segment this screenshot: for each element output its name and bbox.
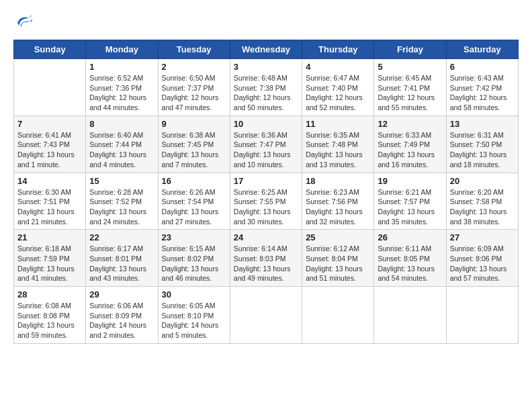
day-number: 12 [378,119,442,129]
day-info: Sunrise: 6:30 AMSunset: 7:51 PMDaylight:… [17,187,82,227]
calendar-cell [230,287,302,344]
logo-text [13,13,34,32]
calendar-cell: 14Sunrise: 6:30 AMSunset: 7:51 PMDayligh… [14,173,86,230]
day-number: 26 [378,232,442,242]
calendar-cell: 11Sunrise: 6:35 AMSunset: 7:48 PMDayligh… [302,116,374,173]
calendar-cell: 7Sunrise: 6:41 AMSunset: 7:43 PMDaylight… [14,116,86,173]
day-number: 18 [306,176,370,186]
day-info: Sunrise: 6:20 AMSunset: 7:58 PMDaylight:… [450,187,515,227]
calendar-cell: 12Sunrise: 6:33 AMSunset: 7:49 PMDayligh… [374,116,446,173]
day-header-saturday: Saturday [446,40,518,59]
calendar-cell: 18Sunrise: 6:23 AMSunset: 7:56 PMDayligh… [302,173,374,230]
day-number: 10 [234,119,298,129]
day-header-friday: Friday [374,40,446,59]
day-info: Sunrise: 6:41 AMSunset: 7:43 PMDaylight:… [17,130,82,170]
day-number: 13 [450,119,515,129]
calendar-cell: 26Sunrise: 6:11 AMSunset: 8:05 PMDayligh… [374,230,446,287]
calendar-cell: 30Sunrise: 6:05 AMSunset: 8:10 PMDayligh… [158,287,230,344]
day-info: Sunrise: 6:33 AMSunset: 7:49 PMDaylight:… [378,130,442,170]
calendar-cell: 25Sunrise: 6:12 AMSunset: 8:04 PMDayligh… [302,230,374,287]
calendar-cell [14,59,86,116]
day-number: 29 [89,289,154,300]
calendar-cell: 5Sunrise: 6:45 AMSunset: 7:41 PMDaylight… [374,59,446,116]
day-info: Sunrise: 6:14 AMSunset: 8:03 PMDaylight:… [234,244,298,283]
day-number: 25 [306,232,370,242]
calendar-cell: 17Sunrise: 6:25 AMSunset: 7:55 PMDayligh… [230,173,302,230]
header-row: SundayMondayTuesdayWednesdayThursdayFrid… [14,40,519,59]
day-info: Sunrise: 6:35 AMSunset: 7:48 PMDaylight:… [306,130,370,170]
day-number: 27 [450,232,515,242]
day-number: 8 [89,119,154,129]
day-info: Sunrise: 6:12 AMSunset: 8:04 PMDaylight:… [306,244,370,283]
day-info: Sunrise: 6:09 AMSunset: 8:06 PMDaylight:… [450,244,515,283]
day-header-wednesday: Wednesday [230,40,302,59]
day-info: Sunrise: 6:31 AMSunset: 7:50 PMDaylight:… [450,130,515,170]
week-row-4: 21Sunrise: 6:18 AMSunset: 7:59 PMDayligh… [14,230,519,287]
day-number: 1 [89,62,154,72]
day-number: 2 [162,62,226,72]
day-number: 20 [450,176,515,186]
day-info: Sunrise: 6:38 AMSunset: 7:45 PMDaylight:… [162,130,226,170]
calendar-cell: 4Sunrise: 6:47 AMSunset: 7:40 PMDaylight… [302,59,374,116]
day-number: 17 [234,176,298,186]
day-number: 7 [17,119,82,129]
calendar-cell: 29Sunrise: 6:06 AMSunset: 8:09 PMDayligh… [86,287,158,344]
day-header-sunday: Sunday [14,40,86,59]
day-info: Sunrise: 6:45 AMSunset: 7:41 PMDaylight:… [378,73,442,113]
day-info: Sunrise: 6:43 AMSunset: 7:42 PMDaylight:… [450,73,515,113]
calendar-cell: 2Sunrise: 6:50 AMSunset: 7:37 PMDaylight… [158,59,230,116]
day-info: Sunrise: 6:47 AMSunset: 7:40 PMDaylight:… [306,73,370,113]
day-header-monday: Monday [86,40,158,59]
day-info: Sunrise: 6:25 AMSunset: 7:55 PMDaylight:… [234,187,298,227]
day-number: 9 [162,119,226,129]
calendar-cell [374,287,446,344]
logo [13,13,34,32]
calendar-cell: 28Sunrise: 6:08 AMSunset: 8:08 PMDayligh… [14,287,86,344]
day-info: Sunrise: 6:28 AMSunset: 7:52 PMDaylight:… [89,187,154,227]
calendar-cell [302,287,374,344]
calendar-cell: 21Sunrise: 6:18 AMSunset: 7:59 PMDayligh… [14,230,86,287]
day-number: 16 [162,176,226,186]
day-number: 24 [234,232,298,242]
day-info: Sunrise: 6:18 AMSunset: 7:59 PMDaylight:… [17,244,82,283]
calendar-cell: 20Sunrise: 6:20 AMSunset: 7:58 PMDayligh… [446,173,518,230]
day-number: 23 [162,232,226,242]
week-row-5: 28Sunrise: 6:08 AMSunset: 8:08 PMDayligh… [14,287,519,344]
week-row-2: 7Sunrise: 6:41 AMSunset: 7:43 PMDaylight… [14,116,519,173]
week-row-3: 14Sunrise: 6:30 AMSunset: 7:51 PMDayligh… [14,173,519,230]
day-info: Sunrise: 6:52 AMSunset: 7:36 PMDaylight:… [89,73,154,113]
calendar-cell: 1Sunrise: 6:52 AMSunset: 7:36 PMDaylight… [86,59,158,116]
day-info: Sunrise: 6:11 AMSunset: 8:05 PMDaylight:… [378,244,442,283]
day-info: Sunrise: 6:21 AMSunset: 7:57 PMDaylight:… [378,187,442,227]
calendar-cell: 27Sunrise: 6:09 AMSunset: 8:06 PMDayligh… [446,230,518,287]
day-number: 15 [89,176,154,186]
day-info: Sunrise: 6:36 AMSunset: 7:47 PMDaylight:… [234,130,298,170]
calendar-cell: 6Sunrise: 6:43 AMSunset: 7:42 PMDaylight… [446,59,518,116]
calendar-cell: 9Sunrise: 6:38 AMSunset: 7:45 PMDaylight… [158,116,230,173]
day-info: Sunrise: 6:50 AMSunset: 7:37 PMDaylight:… [162,73,226,113]
calendar-cell: 19Sunrise: 6:21 AMSunset: 7:57 PMDayligh… [374,173,446,230]
day-info: Sunrise: 6:06 AMSunset: 8:09 PMDaylight:… [89,301,154,340]
calendar-cell: 3Sunrise: 6:48 AMSunset: 7:38 PMDaylight… [230,59,302,116]
calendar-table: SundayMondayTuesdayWednesdayThursdayFrid… [13,40,519,344]
day-number: 11 [306,119,370,129]
day-info: Sunrise: 6:17 AMSunset: 8:01 PMDaylight:… [89,244,154,283]
day-number: 3 [234,62,298,72]
calendar-cell: 10Sunrise: 6:36 AMSunset: 7:47 PMDayligh… [230,116,302,173]
calendar-cell: 16Sunrise: 6:26 AMSunset: 7:54 PMDayligh… [158,173,230,230]
day-header-tuesday: Tuesday [158,40,230,59]
day-number: 22 [89,232,154,242]
day-number: 5 [378,62,442,72]
week-row-1: 1Sunrise: 6:52 AMSunset: 7:36 PMDaylight… [14,59,519,116]
day-info: Sunrise: 6:23 AMSunset: 7:56 PMDaylight:… [306,187,370,227]
day-info: Sunrise: 6:08 AMSunset: 8:08 PMDaylight:… [17,301,82,340]
page-header [13,13,519,32]
day-info: Sunrise: 6:15 AMSunset: 8:02 PMDaylight:… [162,244,226,283]
calendar-cell: 15Sunrise: 6:28 AMSunset: 7:52 PMDayligh… [86,173,158,230]
day-info: Sunrise: 6:40 AMSunset: 7:44 PMDaylight:… [89,130,154,170]
calendar-cell: 13Sunrise: 6:31 AMSunset: 7:50 PMDayligh… [446,116,518,173]
day-number: 30 [162,289,226,300]
day-number: 14 [17,176,82,186]
day-info: Sunrise: 6:05 AMSunset: 8:10 PMDaylight:… [162,301,226,340]
day-header-thursday: Thursday [302,40,374,59]
